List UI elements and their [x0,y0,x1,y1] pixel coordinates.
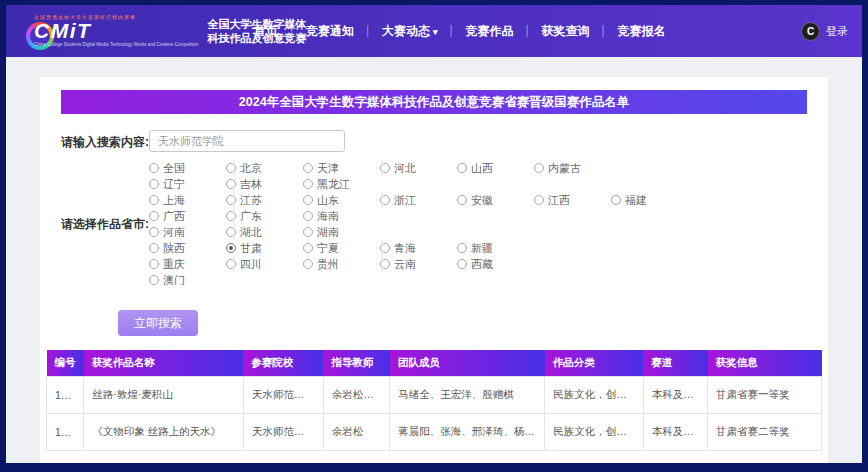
user-avatar-icon[interactable]: C [801,22,820,41]
table-cell: 天水师范学院 [243,376,323,413]
province-radio-option[interactable]: 湖北 [226,225,303,240]
main-nav: 首页竞赛通知大赛动态▾竞赛作品获奖查询竞赛报名 [240,23,680,40]
table-cell: 民族文化，创新表达 [545,413,643,450]
radio-icon[interactable] [303,259,313,269]
province-filter-label: 请选择作品省市: [61,216,149,233]
radio-icon[interactable] [149,243,159,253]
radio-icon[interactable] [303,227,313,237]
province-radio-option[interactable]: 江西 [534,193,611,208]
province-radio-option[interactable]: 陕西 [149,241,226,256]
province-radio-option[interactable]: 辽宁 [149,177,226,192]
login-button[interactable]: C 登录 [801,22,848,41]
radio-icon[interactable] [457,195,467,205]
province-radio-option[interactable]: 安徽 [457,193,534,208]
site-logo[interactable]: 全国普通高校大学生竞赛排行榜内赛事 CMiT China College Stu… [26,14,234,48]
radio-icon[interactable] [149,163,159,173]
radio-icon[interactable] [149,195,159,205]
page: 全国普通高校大学生竞赛排行榜内赛事 CMiT China College Stu… [6,5,862,463]
table-column-header: 作品分类 [545,350,643,376]
logo-acronym: CMiT [34,20,198,42]
province-radio-label: 云南 [394,257,416,272]
province-radio-option[interactable]: 澳门 [149,273,226,288]
nav-item-3[interactable]: 大赛动态▾ [368,23,452,40]
province-radio-option[interactable]: 天津 [303,161,380,176]
nav-item-4[interactable]: 竞赛作品 [452,23,528,40]
logo-mark: 全国普通高校大学生竞赛排行榜内赛事 CMiT China College Stu… [26,14,198,48]
province-radio-label: 澳门 [163,273,185,288]
page-title: 2024年全国大学生数字媒体科技作品及创意竞赛省赛晋级国赛作品名单 [239,94,629,111]
province-radio-label: 河北 [394,161,416,176]
radio-icon[interactable] [226,227,236,237]
table-cell: 蒋晨阳、张海、邢泽琦、杨鸿涛、马若柠 [390,413,545,450]
province-radio-option[interactable]: 新疆 [457,241,534,256]
table-column-header: 获奖信息 [708,350,822,376]
province-radio-option[interactable]: 福建 [611,193,688,208]
province-radio-option[interactable]: 湖南 [303,225,380,240]
province-radio-option[interactable]: 北京 [226,161,303,176]
radio-icon[interactable] [303,243,313,253]
province-radio-option[interactable]: 西藏 [457,257,534,272]
nav-item-6[interactable]: 竞赛报名 [604,23,680,40]
province-radio-option[interactable]: 江苏 [226,193,303,208]
province-radio-option[interactable]: 贵州 [303,257,380,272]
province-radio-option[interactable]: 青海 [380,241,457,256]
province-radio-option[interactable]: 海南 [303,209,380,224]
province-radio-option[interactable]: 甘肃 [226,241,303,256]
radio-icon[interactable] [303,211,313,221]
radio-icon[interactable] [226,163,236,173]
radio-icon[interactable] [457,163,467,173]
province-radio-option[interactable]: 山东 [303,193,380,208]
radio-icon[interactable] [611,195,621,205]
province-radio-option[interactable]: 河北 [380,161,457,176]
province-radio-option[interactable]: 云南 [380,257,457,272]
nav-item-1[interactable]: 首页 [240,23,292,40]
nav-item-5[interactable]: 获奖查询 [528,23,604,40]
radio-icon[interactable] [303,179,313,189]
radio-icon[interactable] [303,195,313,205]
province-radio-label: 重庆 [163,257,185,272]
nav-item-label: 竞赛通知 [306,24,354,38]
province-radio-row: 广西广东海南 [149,208,688,224]
province-radio-option[interactable]: 黑龙江 [303,177,380,192]
province-radio-option[interactable]: 重庆 [149,257,226,272]
province-radio-option[interactable]: 内蒙古 [534,161,611,176]
radio-icon[interactable] [149,275,159,285]
province-radio-option[interactable]: 广东 [226,209,303,224]
radio-icon[interactable] [380,195,390,205]
radio-icon[interactable] [149,259,159,269]
radio-icon[interactable] [149,227,159,237]
province-radio-option[interactable]: 山西 [457,161,534,176]
province-radio-option[interactable]: 上海 [149,193,226,208]
province-radio-option[interactable]: 宁夏 [303,241,380,256]
radio-icon[interactable] [149,211,159,221]
radio-icon[interactable] [457,259,467,269]
province-radio-label: 福建 [625,193,647,208]
logo-english-subtitle: China College Students Digital Media Tec… [34,42,198,48]
radio-icon[interactable] [226,195,236,205]
nav-item-2[interactable]: 竞赛通知 [292,23,368,40]
radio-icon[interactable] [226,259,236,269]
radio-icon[interactable] [380,243,390,253]
radio-icon[interactable] [380,259,390,269]
province-radio-option[interactable]: 四川 [226,257,303,272]
radio-icon[interactable] [457,243,467,253]
radio-icon[interactable] [534,195,544,205]
search-button[interactable]: 立即搜索 [118,310,198,336]
radio-icon[interactable] [380,163,390,173]
table-column-header: 赛道 [643,350,707,376]
province-radio-option[interactable]: 广西 [149,209,226,224]
province-radio-option[interactable]: 全国 [149,161,226,176]
radio-icon[interactable] [226,179,236,189]
province-radio-label: 吉林 [240,177,262,192]
province-radio-option[interactable]: 浙江 [380,193,457,208]
radio-selected-icon[interactable] [226,243,236,253]
province-radio-option[interactable]: 吉林 [226,177,303,192]
radio-icon[interactable] [149,179,159,189]
radio-icon[interactable] [226,211,236,221]
radio-icon[interactable] [534,163,544,173]
province-radio-option[interactable]: 河南 [149,225,226,240]
search-input[interactable] [149,130,345,152]
nav-item-label: 大赛动态 [382,24,430,38]
province-radio-label: 全国 [163,161,185,176]
radio-icon[interactable] [303,163,313,173]
